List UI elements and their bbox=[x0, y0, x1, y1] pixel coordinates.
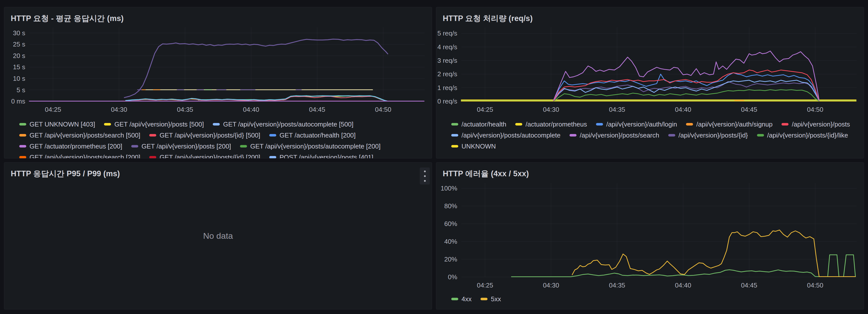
svg-text:04:35: 04:35 bbox=[609, 106, 625, 113]
panel-title: HTTP 요청 - 평균 응답시간 (ms) bbox=[11, 13, 124, 24]
legend-item[interactable]: GET /api/v{version}/posts/{id} [500] bbox=[149, 130, 260, 141]
legend-color-pill bbox=[269, 134, 276, 136]
legend-label: GET /api/v{version}/posts [500] bbox=[114, 121, 204, 128]
legend-item[interactable]: /actuator/prometheus bbox=[515, 119, 587, 130]
svg-text:60%: 60% bbox=[444, 220, 457, 227]
svg-text:10 s: 10 s bbox=[13, 75, 25, 82]
svg-text:04:45: 04:45 bbox=[309, 106, 325, 113]
svg-text:04:25: 04:25 bbox=[477, 282, 493, 289]
svg-text:04:30: 04:30 bbox=[543, 106, 559, 113]
svg-text:30 s: 30 s bbox=[13, 29, 25, 37]
legend-label: GET /api/v{version}/posts/search [500] bbox=[30, 131, 140, 139]
svg-text:5 req/s: 5 req/s bbox=[437, 30, 458, 37]
legend-label: GET /api/v{version}/posts [200] bbox=[142, 143, 231, 150]
svg-text:04:45: 04:45 bbox=[741, 106, 757, 113]
legend-label: GET /api/v{version}/posts/search [200] bbox=[30, 154, 140, 158]
legend-color-pill bbox=[269, 156, 276, 158]
svg-text:04:40: 04:40 bbox=[675, 106, 691, 113]
legend-item[interactable]: 5xx bbox=[480, 293, 501, 305]
svg-text:04:50: 04:50 bbox=[807, 282, 823, 289]
legend-item[interactable]: /api/v{version}/auth/login bbox=[596, 119, 677, 130]
legend-color-pill bbox=[131, 145, 138, 148]
svg-text:04:40: 04:40 bbox=[675, 282, 691, 289]
legend-label: /api/v{version}/auth/signup bbox=[696, 121, 773, 128]
legend-label: /actuator/health bbox=[462, 121, 506, 128]
svg-text:4 req/s: 4 req/s bbox=[437, 43, 458, 51]
legend-item[interactable]: /api/v{version}/posts/{id} bbox=[668, 130, 748, 141]
svg-text:80%: 80% bbox=[444, 202, 457, 210]
svg-text:04:30: 04:30 bbox=[543, 282, 559, 289]
grafana-dashboard: HTTP 요청 - 평균 응답시간 (ms) 04:2504:3004:3504… bbox=[0, 0, 868, 314]
avg-response-time-chart[interactable]: 04:2504:3004:3504:4004:4504:500 ms5 s10 … bbox=[4, 24, 432, 117]
legend-item[interactable]: GET /actuator/prometheus [200] bbox=[19, 141, 122, 152]
legend-item[interactable]: 4xx bbox=[451, 293, 471, 305]
request-throughput-chart[interactable]: 04:2504:3004:3504:4004:4504:500 req/s1 r… bbox=[436, 24, 864, 117]
svg-text:04:25: 04:25 bbox=[45, 106, 61, 113]
legend-label: GET /api/v{version}/posts/autocomplete [… bbox=[250, 143, 380, 150]
legend-color-pill bbox=[213, 123, 220, 126]
legend-request-throughput: /actuator/health/actuator/prometheus/api… bbox=[451, 119, 859, 158]
legend-label: /api/v{version}/posts/autocomplete bbox=[462, 131, 560, 139]
legend-item[interactable]: /api/v{version}/posts bbox=[781, 119, 850, 130]
legend-color-pill bbox=[104, 123, 111, 126]
legend-item[interactable]: GET UNKNOWN [403] bbox=[19, 119, 95, 130]
legend-label: /api/v{version}/posts/{id} bbox=[679, 131, 748, 139]
svg-text:0%: 0% bbox=[448, 273, 457, 281]
svg-text:15 s: 15 s bbox=[13, 63, 25, 71]
legend-color-pill bbox=[668, 134, 675, 136]
legend-item[interactable]: /api/v{version}/posts/{id}/like bbox=[757, 130, 848, 141]
legend-item[interactable]: /api/v{version}/posts/search bbox=[569, 130, 659, 141]
legend-avg-response-time: GET UNKNOWN [403]GET /api/v{version}/pos… bbox=[19, 119, 427, 158]
svg-text:20 s: 20 s bbox=[13, 52, 25, 60]
legend-item[interactable]: UNKNOWN bbox=[451, 141, 496, 152]
legend-color-pill bbox=[451, 145, 458, 148]
panel-response-time-p95-p99: HTTP 응답시간 P95 / P99 (ms) No data bbox=[4, 162, 432, 310]
legend-color-pill bbox=[19, 145, 26, 148]
svg-text:04:40: 04:40 bbox=[243, 106, 259, 113]
legend-item[interactable]: /api/v{version}/auth/signup bbox=[686, 119, 773, 130]
legend-item[interactable]: GET /api/v{version}/posts/autocomplete [… bbox=[213, 119, 353, 130]
legend-color-pill bbox=[596, 123, 603, 126]
legend-label: UNKNOWN bbox=[462, 143, 496, 150]
legend-color-pill bbox=[686, 123, 693, 126]
legend-item[interactable]: GET /api/v{version}/posts/search [200] bbox=[19, 152, 140, 158]
svg-text:04:50: 04:50 bbox=[375, 106, 391, 113]
error-rate-chart[interactable]: 04:2504:3004:3504:4004:4504:500%20%40%60… bbox=[436, 179, 864, 292]
legend-label: /api/v{version}/posts bbox=[792, 121, 850, 128]
svg-text:1 req/s: 1 req/s bbox=[437, 84, 458, 92]
legend-label: /actuator/prometheus bbox=[526, 121, 587, 128]
legend-label: GET /api/v{version}/posts/{id} [500] bbox=[159, 131, 260, 139]
legend-color-pill bbox=[781, 123, 788, 126]
legend-color-pill bbox=[19, 123, 26, 126]
svg-text:20%: 20% bbox=[444, 255, 457, 263]
legend-item[interactable]: /actuator/health bbox=[451, 119, 506, 130]
legend-item[interactable]: GET /actuator/health [200] bbox=[269, 130, 355, 141]
svg-text:40%: 40% bbox=[444, 238, 457, 245]
legend-label: 5xx bbox=[491, 295, 501, 303]
legend-item[interactable]: GET /api/v{version}/posts [200] bbox=[131, 141, 231, 152]
legend-item[interactable]: POST /api/v{version}/posts [401] bbox=[269, 152, 373, 158]
legend-item[interactable]: GET /api/v{version}/posts/{id} [200] bbox=[149, 152, 260, 158]
legend-label: GET /api/v{version}/posts/{id} [200] bbox=[159, 154, 260, 158]
svg-text:3 req/s: 3 req/s bbox=[437, 57, 458, 64]
legend-item[interactable]: GET /api/v{version}/posts [500] bbox=[104, 119, 204, 130]
legend-label: 4xx bbox=[462, 295, 471, 303]
legend-color-pill bbox=[451, 134, 458, 136]
panel-title: HTTP 에러율 (4xx / 5xx) bbox=[443, 168, 529, 179]
svg-text:04:30: 04:30 bbox=[111, 106, 127, 113]
svg-text:25 s: 25 s bbox=[13, 40, 25, 48]
legend-item[interactable]: /api/v{version}/posts/autocomplete bbox=[451, 130, 560, 141]
legend-label: /api/v{version}/auth/login bbox=[606, 121, 677, 128]
panel-error-rate: HTTP 에러율 (4xx / 5xx) 04:2504:3004:3504:4… bbox=[436, 162, 864, 310]
legend-label: GET /actuator/prometheus [200] bbox=[30, 143, 122, 150]
legend-color-pill bbox=[757, 134, 764, 136]
legend-color-pill bbox=[569, 134, 577, 136]
legend-color-pill bbox=[19, 134, 26, 136]
panel-request-throughput: HTTP 요청 처리량 (req/s) 04:2504:3004:3504:40… bbox=[436, 7, 864, 158]
legend-item[interactable]: GET /api/v{version}/posts/search [500] bbox=[19, 130, 140, 141]
legend-item[interactable]: GET /api/v{version}/posts/autocomplete [… bbox=[240, 141, 380, 152]
svg-text:04:50: 04:50 bbox=[807, 106, 823, 113]
svg-text:0 ms: 0 ms bbox=[11, 97, 25, 105]
legend-color-pill bbox=[451, 298, 458, 300]
legend-color-pill bbox=[19, 156, 26, 158]
